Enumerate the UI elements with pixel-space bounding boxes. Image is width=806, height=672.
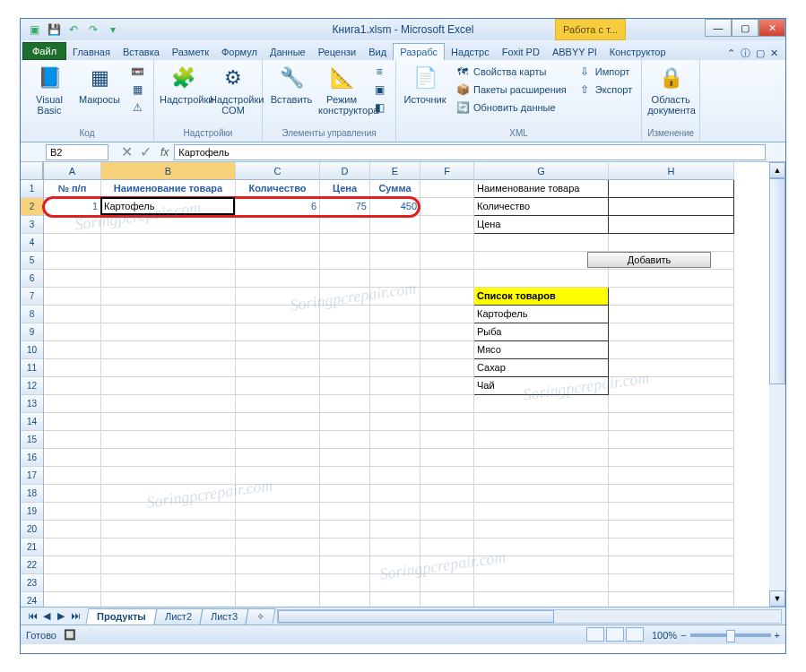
tab-formulas[interactable]: Формул <box>215 44 264 60</box>
cell-F6[interactable] <box>420 270 474 288</box>
cell-D2[interactable]: 75 <box>320 198 370 216</box>
undo-icon[interactable]: ↶ <box>65 22 82 38</box>
cell-D5[interactable] <box>320 252 370 270</box>
cell-E12[interactable] <box>370 377 420 395</box>
cell-C11[interactable] <box>236 359 320 377</box>
expansion-packs-button[interactable]: 📦Пакеты расширения <box>452 82 570 98</box>
cell-F1[interactable] <box>420 180 474 198</box>
cell-F7[interactable] <box>420 288 474 306</box>
row-header[interactable]: 9 <box>21 323 43 341</box>
minimize-button[interactable]: — <box>705 19 732 37</box>
zoom-in-icon[interactable]: + <box>775 630 780 641</box>
cell-G21[interactable] <box>474 538 609 556</box>
cell-B4[interactable] <box>101 234 236 252</box>
cell-G24[interactable] <box>474 592 609 607</box>
cell-H14[interactable] <box>609 413 734 431</box>
relative-refs-button[interactable]: ▦ <box>126 82 148 98</box>
cell-A12[interactable] <box>44 377 101 395</box>
cell-C14[interactable] <box>236 413 320 431</box>
cell-C21[interactable] <box>236 538 320 556</box>
cell-G8[interactable]: Картофель <box>474 306 609 323</box>
cell-G23[interactable] <box>474 574 609 592</box>
cell-A7[interactable] <box>44 288 101 306</box>
cell-G7[interactable]: Список товаров <box>474 288 609 306</box>
cell-H2[interactable] <box>609 198 734 216</box>
cell-A2[interactable]: 1 <box>44 198 101 216</box>
cell-B20[interactable] <box>101 521 236 538</box>
cell-F12[interactable] <box>420 377 474 395</box>
cell-A24[interactable] <box>44 592 101 607</box>
cell-G1[interactable]: Наименование товара <box>474 180 609 198</box>
cell-A17[interactable] <box>44 467 101 485</box>
refresh-data-button[interactable]: 🔄Обновить данные <box>452 99 570 116</box>
cell-A5[interactable] <box>44 252 101 270</box>
cell-G12[interactable]: Чай <box>474 377 609 395</box>
cell-H22[interactable] <box>609 556 734 574</box>
cells-area[interactable]: № п/пНаименование товараКоличествоЦенаСу… <box>44 180 785 607</box>
cell-C1[interactable]: Количество <box>236 180 320 198</box>
row-header[interactable]: 5 <box>21 252 43 270</box>
macro-security-button[interactable]: ⚠ <box>126 99 148 116</box>
row-header[interactable]: 2 <box>21 198 43 216</box>
cell-E2[interactable]: 450 <box>370 198 420 216</box>
cell-A21[interactable] <box>44 538 101 556</box>
cell-B11[interactable] <box>101 359 236 377</box>
cell-G11[interactable]: Сахар <box>474 359 609 377</box>
cell-D11[interactable] <box>320 359 370 377</box>
tab-data[interactable]: Данные <box>264 44 312 60</box>
cell-B16[interactable] <box>101 449 236 467</box>
cell-C12[interactable] <box>236 377 320 395</box>
cell-E8[interactable] <box>370 306 420 323</box>
cell-E1[interactable]: Сумма <box>370 180 420 198</box>
cell-C20[interactable] <box>236 521 320 538</box>
help-icon[interactable]: ⓘ <box>741 47 750 60</box>
cell-C10[interactable] <box>236 341 320 359</box>
cell-G17[interactable] <box>474 467 609 485</box>
cell-C4[interactable] <box>236 234 320 252</box>
cell-C17[interactable] <box>236 467 320 485</box>
ribbon-minimize-icon[interactable]: ⌃ <box>727 47 735 59</box>
vertical-scrollbar[interactable]: ▲ ▼ <box>769 162 785 607</box>
cell-G13[interactable] <box>474 395 609 413</box>
cell-D22[interactable] <box>320 556 370 574</box>
cell-A19[interactable] <box>44 503 101 521</box>
cell-A23[interactable] <box>44 574 101 592</box>
cell-A20[interactable] <box>44 521 101 538</box>
cell-A14[interactable] <box>44 413 101 431</box>
row-header[interactable]: 1 <box>21 180 43 198</box>
row-header[interactable]: 21 <box>21 538 43 556</box>
col-header-E[interactable]: E <box>370 162 420 180</box>
view-buttons[interactable] <box>585 627 645 643</box>
fx-cancel-icon[interactable]: ✕ <box>117 143 136 160</box>
row-header[interactable]: 16 <box>21 449 43 467</box>
row-header[interactable]: 23 <box>21 574 43 592</box>
cell-G9[interactable]: Рыба <box>474 323 609 341</box>
cell-A16[interactable] <box>44 449 101 467</box>
cell-A13[interactable] <box>44 395 101 413</box>
col-header-D[interactable]: D <box>320 162 370 180</box>
cell-B22[interactable] <box>101 556 236 574</box>
col-header-H[interactable]: H <box>609 162 734 180</box>
cell-E24[interactable] <box>370 592 420 607</box>
cell-H10[interactable] <box>609 341 734 359</box>
tab-insert[interactable]: Вставка <box>117 44 166 60</box>
name-box[interactable] <box>46 144 108 160</box>
xml-source-button[interactable]: 📄Источник <box>402 64 448 105</box>
design-mode-button[interactable]: 📐Режим конструктора <box>318 64 365 116</box>
row-header[interactable]: 7 <box>21 288 43 306</box>
cell-F21[interactable] <box>420 538 474 556</box>
cell-F17[interactable] <box>420 467 474 485</box>
cell-G22[interactable] <box>474 556 609 574</box>
tab-home[interactable]: Главная <box>66 44 117 60</box>
cell-G14[interactable] <box>474 413 609 431</box>
cell-G2[interactable]: Количество <box>474 198 609 216</box>
cell-A18[interactable] <box>44 485 101 503</box>
cell-H13[interactable] <box>609 395 734 413</box>
file-tab[interactable]: Файл <box>22 42 66 60</box>
cell-E6[interactable] <box>370 270 420 288</box>
cell-E20[interactable] <box>370 521 420 538</box>
tab-abbyy[interactable]: ABBYY PI <box>546 44 603 60</box>
cell-D4[interactable] <box>320 234 370 252</box>
maximize-button[interactable]: ▢ <box>732 19 758 37</box>
cell-C24[interactable] <box>236 592 320 607</box>
